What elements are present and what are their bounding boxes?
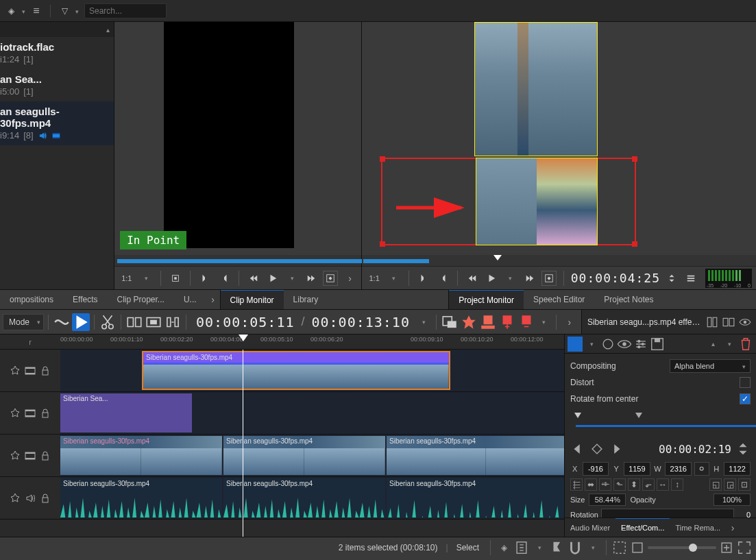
timecode-spinner[interactable] bbox=[664, 271, 679, 286]
tab-effects[interactable]: Effects bbox=[63, 290, 107, 309]
lock-icon[interactable] bbox=[40, 493, 51, 504]
cut-button[interactable] bbox=[99, 313, 117, 331]
align-vcenter[interactable]: ⬍ bbox=[628, 478, 640, 491]
w-input[interactable]: 2316 bbox=[665, 462, 692, 476]
rotate-checkbox[interactable]: ✓ bbox=[740, 393, 751, 404]
project-monitor-view[interactable] bbox=[362, 22, 756, 255]
set-out-button[interactable] bbox=[217, 271, 232, 286]
fit-height[interactable]: ↕ bbox=[671, 478, 683, 491]
set-out-button[interactable] bbox=[435, 271, 450, 286]
zoom-dropdown[interactable] bbox=[387, 271, 402, 286]
effects-icon[interactable] bbox=[10, 450, 21, 461]
set-in-button[interactable] bbox=[416, 271, 431, 286]
timeline-clip-audio[interactable]: Siberian seagulls-30fps.mp4 bbox=[387, 478, 564, 518]
clip-monitor-view[interactable]: In Point bbox=[114, 22, 361, 255]
track-v1b[interactable]: Siberian Sea... bbox=[60, 392, 564, 435]
tab-clip-properties[interactable]: Clip Proper... bbox=[108, 290, 174, 309]
add-keyframe[interactable] bbox=[589, 441, 605, 456]
tab-clip-monitor[interactable]: Clip Monitor bbox=[221, 290, 284, 309]
zoom-label[interactable]: 1:1 bbox=[366, 273, 382, 284]
size-input[interactable]: 58.44% bbox=[589, 494, 626, 506]
project-monitor-ruler[interactable] bbox=[362, 255, 756, 266]
tab-project-monitor[interactable]: Project Monitor bbox=[449, 290, 524, 309]
menu-button[interactable] bbox=[683, 271, 698, 286]
filter-icon[interactable] bbox=[59, 5, 70, 16]
align-left[interactable]: ⬱ bbox=[570, 478, 583, 491]
extract-button[interactable] bbox=[164, 313, 182, 331]
timeline-clip[interactable]: Siberian seagulls-30fps.mp4 Fade in/Tran… bbox=[60, 436, 222, 475]
clip-monitor-ruler[interactable] bbox=[114, 255, 361, 266]
collapse-icon[interactable] bbox=[106, 25, 110, 34]
play-dropdown[interactable] bbox=[284, 271, 300, 286]
track-header-a1[interactable] bbox=[0, 477, 60, 520]
tag-dropdown[interactable] bbox=[22, 6, 25, 16]
zoom-in-icon[interactable] bbox=[719, 540, 734, 555]
tab-undo[interactable]: U... bbox=[174, 290, 206, 309]
play-dropdown[interactable] bbox=[503, 271, 518, 286]
visibility-icon[interactable] bbox=[739, 316, 751, 328]
edit-mode-button[interactable] bbox=[541, 271, 557, 286]
tab-effect-compositions[interactable]: Effect/Com... bbox=[615, 518, 670, 537]
timeline-tracks[interactable]: 00:00:00:00 00:00:01:10 00:00:02:20 00:0… bbox=[60, 334, 564, 537]
bin-item[interactable]: iotrack.flac i1:24 [1] bbox=[0, 37, 114, 69]
tag-icon[interactable]: ◈ bbox=[496, 540, 511, 555]
effect-enabled-indicator[interactable] bbox=[568, 337, 583, 352]
keyframe-icon[interactable] bbox=[600, 337, 615, 352]
tabs-scroll-right[interactable] bbox=[206, 290, 220, 309]
zoom-dropdown[interactable] bbox=[138, 271, 154, 286]
pm-clip-bottom[interactable] bbox=[476, 158, 598, 245]
insert-button[interactable] bbox=[125, 313, 143, 331]
delete-icon[interactable] bbox=[738, 337, 753, 352]
timeline-clip[interactable]: Siberian seagulls-30fps.mp4 bbox=[142, 351, 450, 390]
forward-button[interactable] bbox=[522, 271, 537, 286]
track-header-v1b[interactable] bbox=[0, 392, 60, 435]
timecode-dropdown[interactable] bbox=[417, 315, 432, 330]
edit-mode-select[interactable]: Mode bbox=[3, 314, 44, 330]
edit-mode-button[interactable] bbox=[323, 271, 338, 286]
forward-button[interactable] bbox=[304, 271, 319, 286]
zoom-out-icon[interactable] bbox=[630, 540, 645, 555]
search-box[interactable] bbox=[84, 3, 167, 19]
timeline-playhead[interactable] bbox=[243, 350, 243, 537]
adjust-original[interactable]: ◱ bbox=[709, 478, 722, 491]
move-up[interactable] bbox=[705, 337, 720, 352]
save-icon[interactable] bbox=[650, 337, 665, 352]
video-track-icon[interactable] bbox=[25, 365, 36, 376]
track-header-v1[interactable] bbox=[0, 435, 60, 477]
timeline-ruler[interactable]: 00:00:00:00 00:00:01:10 00:00:02:20 00:0… bbox=[60, 334, 564, 350]
more-button[interactable] bbox=[342, 271, 357, 286]
search-input[interactable] bbox=[89, 6, 162, 16]
timecode-spinner[interactable] bbox=[735, 441, 751, 456]
video-track-icon[interactable] bbox=[25, 408, 36, 419]
align-bottom[interactable]: ⬐ bbox=[642, 478, 655, 491]
lock-icon[interactable] bbox=[40, 408, 51, 419]
next-keyframe[interactable] bbox=[609, 441, 624, 456]
fit-width[interactable]: ↔ bbox=[657, 478, 669, 491]
audio-track-icon[interactable] bbox=[25, 493, 36, 504]
render-remove-button[interactable] bbox=[517, 313, 535, 331]
timeline-clip[interactable]: Siberian seagulls-30fps.mp4 bbox=[387, 436, 564, 475]
favorite-button[interactable] bbox=[441, 313, 459, 331]
tab-project-notes[interactable]: Project Notes bbox=[594, 290, 663, 309]
bin-item[interactable]: an seagulls-30fps.mp4 i9:14 [8] bbox=[0, 101, 114, 145]
menu-icon[interactable] bbox=[31, 5, 42, 16]
video-track-icon[interactable] bbox=[25, 450, 36, 461]
tab-compositions[interactable]: ompositions bbox=[0, 290, 63, 309]
y-input[interactable]: 1159 bbox=[624, 462, 650, 476]
render-add-button[interactable] bbox=[498, 313, 516, 331]
effects-icon[interactable] bbox=[10, 408, 21, 419]
rewind-button[interactable] bbox=[465, 271, 480, 286]
timeline-clip-audio[interactable]: Siberian seagulls-30fps.mp4 bbox=[223, 478, 385, 518]
tab-library[interactable]: Library bbox=[284, 290, 328, 309]
tool-mix-button[interactable] bbox=[53, 313, 71, 331]
opacity-input[interactable]: 100% bbox=[714, 494, 751, 506]
x-input[interactable]: -916 bbox=[583, 462, 609, 476]
align-top[interactable]: ⬑ bbox=[613, 478, 626, 491]
split-view-icon[interactable] bbox=[706, 316, 718, 328]
play-button[interactable] bbox=[484, 271, 499, 286]
rotation-slider[interactable] bbox=[601, 509, 734, 518]
bin-item[interactable]: an Sea... i5:00 [1] bbox=[0, 69, 114, 101]
zoom-label[interactable]: 1:1 bbox=[119, 273, 134, 284]
align-hcenter[interactable]: ⬌ bbox=[585, 478, 597, 491]
set-in-button[interactable] bbox=[197, 271, 212, 286]
